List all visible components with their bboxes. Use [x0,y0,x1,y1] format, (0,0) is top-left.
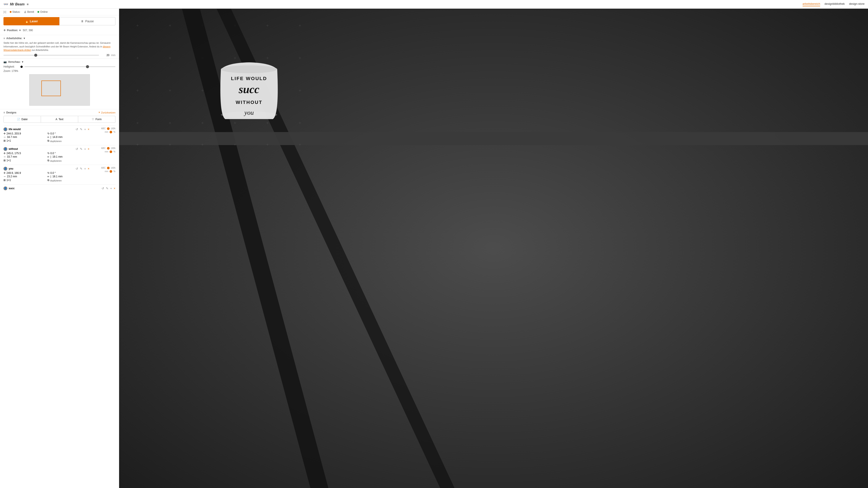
main-layout: [x] Status: 🖨 Bereit Online 🔥 Laser ⏸ [0,9,868,488]
mm-dot-2 [110,151,112,153]
rotate-icon-2: ↻ [48,152,50,155]
mini-preview-inner [41,80,61,96]
abc-dot-3 [107,167,110,169]
vorschau-label[interactable]: 📷 Vorschau: ▾ [3,60,116,63]
height-icon-3: ∞ [48,175,50,178]
undo-btn-4[interactable]: ↺ [101,187,104,190]
edit-btn-1[interactable]: ✎ [80,128,83,131]
nav-link-design-store[interactable]: design-store [849,2,865,6]
mini-preview [29,74,90,106]
design-actions-1: ↺ ✎ + × [75,128,89,131]
design-actions-2: ↺ ✎ + × [75,147,89,151]
status-bar: [x] Status: 🖨 Bereit Online [0,9,119,15]
position-caret: ▾ [19,29,21,32]
design-avatar-3: 👤 [3,167,7,171]
height-unit: mm [111,54,116,57]
design-name-2: without [9,148,18,151]
zoom-label: Zoom: 179% [3,69,116,72]
grid-icon-1: ⊞ [3,139,6,142]
design-avatar-1: 👤 [3,127,7,131]
mm-dot-1 [110,131,112,133]
arbeitshoehe-info: Stelle hier die Höhe ein, auf der gelase… [3,41,116,52]
file-icon: 📄 [17,118,20,121]
brightness-slider[interactable] [25,66,116,67]
online-status: Online [37,10,48,13]
duplicate-icon-3: ⧉ [48,178,50,182]
abc-dot-1 [107,127,110,130]
brightness-low-icon: ⬤ [20,65,23,68]
x-button[interactable]: [x] [3,10,6,13]
arbeitshoehe-label[interactable]: ≡ Arbeitshöhe: ▾ [3,37,116,40]
undo-btn-3[interactable]: ↺ [75,167,78,170]
tab-datei[interactable]: 📄 Datei [3,116,41,123]
add-btn-4[interactable]: + [110,187,112,190]
grid-icon-2: ⊞ [3,159,6,162]
rotate-icon-3: ↻ [48,171,50,174]
height-slider-row: 20 mm [3,54,116,57]
undo-btn-1[interactable]: ↺ [75,128,78,131]
design-tabs: 📄 Datei A Text ♡ Form [3,116,116,123]
undo-btn-2[interactable]: ↺ [75,147,78,151]
close-btn-2[interactable]: × [88,147,89,151]
designs-header: ≡ Designs ✕ Zurücksetzen [3,111,116,114]
height-value: 20 [101,54,110,57]
svg-text:WITHOUT: WITHOUT [236,100,262,105]
duplicate-link-1[interactable]: duplizieren [50,140,62,142]
svg-text:you: you [244,109,254,116]
star-icon: ✳ [26,3,29,6]
vorschau-caret: ▾ [22,60,23,63]
abc-dot-2 [107,147,110,150]
duplicate-link-3[interactable]: duplizieren [50,179,62,182]
nav-link-arbeitsbereich[interactable]: arbeitsbereich [803,2,820,6]
action-buttons: 🔥 Laser ⏸ Pause [0,15,119,27]
pause-icon: ⏸ [81,20,84,23]
bereit-status: 🖨 Bereit [24,10,34,13]
design-right-2: ABC ỌBA mm % [89,147,116,153]
close-btn-1[interactable]: × [88,128,89,131]
printer-icon: 🖨 [24,10,26,13]
position-label[interactable]: ✛ Position: ▾ 507, 390 [3,29,116,32]
laser-button[interactable]: 🔥 Laser [3,17,59,25]
close-btn-3[interactable]: × [88,167,89,170]
svg-point-53 [221,65,277,73]
designs-section: ≡ Designs ✕ Zurücksetzen 📄 Datei A Text [0,109,119,488]
edit-btn-2[interactable]: ✎ [80,147,83,151]
edit-btn-3[interactable]: ✎ [80,167,83,170]
svg-rect-58 [119,132,868,145]
tab-text[interactable]: A Text [41,116,78,123]
rotate-icon-1: ↻ [48,132,50,135]
design-name-4: succ [9,187,14,190]
add-btn-1[interactable]: + [84,128,86,131]
text-icon: A [56,118,57,121]
grid-icon-3: ⊞ [3,178,6,182]
svg-text:LIFE WOULD: LIFE WOULD [231,76,267,81]
design-right-3: ABC ỌBA mm % [89,167,116,173]
duplicate-link-2[interactable]: duplizieren [50,160,62,162]
circle-icon [37,11,39,13]
tab-form[interactable]: ♡ Form [78,116,116,123]
pause-button[interactable]: ⏸ Pause [59,17,116,25]
status-label: Status: [10,10,20,13]
designs-title: ≡ Designs [3,111,17,114]
status-dot-orange [10,11,11,13]
brightness-row: Helligkeit: ⬤ [3,65,116,68]
design-name-1: life would [9,128,21,131]
design-actions-3: ↺ ✎ + × [75,167,89,170]
height-slider[interactable] [3,55,99,56]
edit-btn-4[interactable]: ✎ [106,187,108,190]
reset-icon: ✕ [98,111,100,114]
close-btn-4[interactable]: × [114,187,116,190]
position-icon: ✛ [3,29,6,32]
reset-button[interactable]: ✕ Zurücksetzen [98,111,116,114]
design-props-1: ✛ 244.0, 203.9 ↻ 0.0 ° ↔ 34.7 mm [3,132,89,142]
design-item-without: 👤 without ↺ ✎ + × [3,145,116,165]
camera-icon: 📷 [3,60,7,63]
add-btn-3[interactable]: + [84,167,86,170]
add-btn-2[interactable]: + [84,147,86,151]
nav-link-designbibliothek[interactable]: designbibliothek [825,2,845,6]
position-section: ✛ Position: ▾ 507, 390 [0,27,119,35]
height-icon-2: ∞ [48,155,50,158]
design-props-2: ✛ 245.0, 175.5 ↻ 0.0 ° ↔ 33.7 mm [3,152,89,162]
width-icon-3: ↔ [3,175,6,178]
logo: 👓 Mr Beam ✳ [3,2,29,7]
